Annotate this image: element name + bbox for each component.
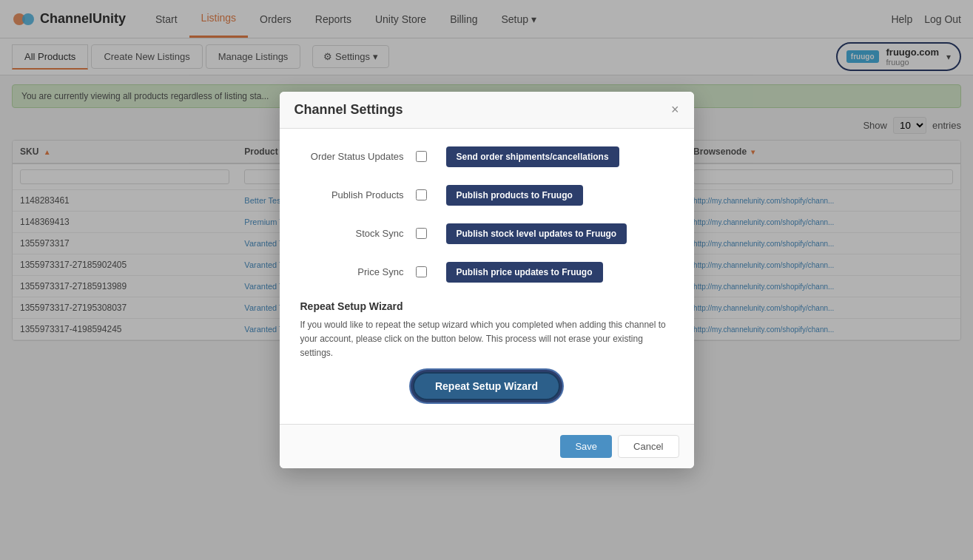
btn-send-shipments[interactable]: Send order shipments/cancellations [446, 146, 619, 167]
btn-publish-stock[interactable]: Publish stock level updates to Fruugo [446, 223, 627, 244]
wizard-section: Repeat Setup Wizard If you would like to… [300, 300, 673, 350]
settings-label-price-sync: Price Sync [300, 266, 404, 277]
checkbox-stock-sync[interactable] [416, 228, 427, 239]
btn-publish-price[interactable]: Publish price updates to Fruugo [446, 262, 603, 283]
settings-label-stock-sync: Stock Sync [300, 228, 404, 239]
modal-header: Channel Settings × [280, 92, 694, 129]
settings-label-publish-products: Publish Products [300, 189, 404, 200]
settings-label-order-status: Order Status Updates [300, 151, 404, 162]
settings-row-publish-products: Publish Products Publish products to Fru… [300, 185, 673, 206]
settings-row-stock-sync: Stock Sync Publish stock level updates t… [300, 223, 673, 244]
checkbox-price-sync[interactable] [416, 266, 427, 277]
settings-row-order-status: Order Status Updates Send order shipment… [300, 146, 673, 167]
checkbox-order-status[interactable] [416, 151, 427, 162]
btn-publish-products[interactable]: Publish products to Fruugo [446, 185, 583, 206]
modal-body: Order Status Updates Send order shipment… [280, 129, 694, 350]
modal-title: Channel Settings [294, 102, 403, 118]
channel-settings-modal: Channel Settings × Order Status Updates … [280, 92, 694, 350]
modal-overlay: Channel Settings × Order Status Updates … [0, 0, 973, 350]
wizard-title: Repeat Setup Wizard [300, 300, 673, 312]
settings-row-price-sync: Price Sync Publish price updates to Fruu… [300, 262, 673, 283]
modal-close-button[interactable]: × [671, 103, 679, 116]
wizard-description: If you would like to repeat the setup wi… [300, 318, 673, 350]
checkbox-publish-products[interactable] [416, 189, 427, 200]
